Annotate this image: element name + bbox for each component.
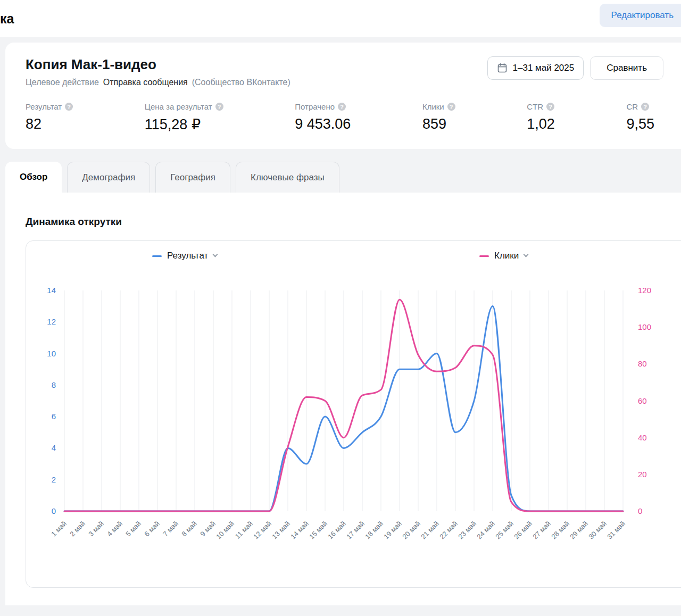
compare-button[interactable]: Сравнить [590, 56, 663, 80]
tab-demographics[interactable]: Демография [67, 162, 150, 193]
svg-text:6: 6 [52, 412, 56, 421]
svg-text:18 май: 18 май [363, 520, 385, 541]
svg-text:10 май: 10 май [214, 520, 236, 541]
stat-cost-per-result: Цена за результат? 115,28 ₽ [145, 102, 223, 133]
svg-text:26 май: 26 май [512, 520, 534, 541]
stat-ctr: CTR? 1,02 [527, 102, 555, 133]
svg-text:7 май: 7 май [161, 520, 180, 538]
svg-text:24 май: 24 май [475, 520, 496, 541]
svg-text:8: 8 [52, 380, 56, 389]
topbar: ка Редактировать [0, 0, 681, 37]
svg-text:15 май: 15 май [308, 520, 329, 541]
svg-text:20 май: 20 май [401, 520, 422, 541]
stat-spent: Потрачено? 9 453.06 [295, 102, 351, 133]
svg-text:120: 120 [638, 286, 651, 295]
tab-geography[interactable]: География [155, 162, 230, 193]
campaign-info: Копия Мак-1-видео Целевое действие Отпра… [26, 56, 290, 87]
svg-text:5 май: 5 май [124, 520, 143, 538]
svg-text:30 май: 30 май [587, 520, 608, 541]
svg-text:6 май: 6 май [143, 520, 161, 538]
svg-text:13 май: 13 май [270, 520, 292, 541]
content-area: Копия Мак-1-видео Целевое действие Отпра… [0, 37, 681, 616]
campaign-subtitle: Целевое действие Отправка сообщения (Соо… [26, 78, 290, 87]
chart-legend: Результат Клики [26, 251, 681, 267]
help-icon[interactable]: ? [447, 103, 455, 111]
stat-label: Потрачено [295, 102, 335, 111]
stats-row: Результат? 82 Цена за результат? 115,28 … [26, 102, 670, 133]
svg-text:4: 4 [52, 443, 56, 452]
svg-text:3 май: 3 май [87, 520, 105, 538]
svg-text:20: 20 [638, 470, 647, 479]
help-icon[interactable]: ? [546, 103, 554, 111]
tab-key-phrases[interactable]: Ключевые фразы [236, 162, 339, 193]
stat-result: Результат? 82 [26, 102, 73, 133]
svg-text:100: 100 [638, 322, 651, 331]
clicks-series-swatch [479, 255, 489, 257]
svg-text:27 май: 27 май [531, 520, 552, 541]
svg-text:8 май: 8 май [180, 520, 198, 538]
campaign-title: Копия Мак-1-видео [26, 56, 290, 73]
stat-label: Клики [422, 102, 444, 111]
svg-text:40: 40 [638, 433, 647, 442]
date-range-picker[interactable]: 1–31 май 2025 [487, 56, 584, 80]
legend-series-clicks[interactable]: Клики [479, 251, 528, 261]
help-icon[interactable]: ? [641, 103, 649, 111]
svg-text:0: 0 [52, 506, 56, 515]
svg-text:17 май: 17 май [345, 520, 366, 541]
svg-text:0: 0 [638, 506, 642, 515]
stat-label: Цена за результат [145, 102, 212, 111]
edit-button[interactable]: Редактировать [600, 4, 681, 27]
svg-text:60: 60 [638, 396, 647, 405]
svg-text:12: 12 [47, 317, 56, 326]
svg-text:14: 14 [47, 286, 56, 295]
svg-text:22 май: 22 май [438, 520, 459, 541]
section-title: Динамика открутки [26, 216, 681, 228]
goal-label: Целевое действие [26, 78, 99, 87]
stat-value: 9 453.06 [295, 116, 351, 132]
result-series-swatch [152, 255, 162, 257]
svg-text:80: 80 [638, 359, 647, 368]
stat-value: 115,28 ₽ [145, 116, 223, 133]
header-buttons: 1–31 май 2025 Сравнить [487, 56, 663, 80]
svg-text:29 май: 29 май [568, 520, 589, 541]
svg-text:11 май: 11 май [234, 520, 254, 540]
help-icon[interactable]: ? [215, 103, 223, 111]
chevron-down-icon [213, 252, 218, 257]
svg-text:16 май: 16 май [326, 520, 347, 541]
goal-suffix: (Сообщество ВКонтакте) [192, 78, 290, 87]
stat-label: CR [626, 102, 638, 111]
stat-value: 1,02 [527, 116, 555, 132]
svg-text:10: 10 [47, 349, 56, 358]
chevron-down-icon [524, 252, 529, 257]
legend-series-result[interactable]: Результат [152, 251, 217, 261]
svg-text:23 май: 23 май [456, 520, 478, 541]
help-icon[interactable]: ? [338, 103, 346, 111]
stat-value: 9,55 [626, 116, 654, 132]
stat-clicks: Клики? 859 [422, 102, 455, 133]
help-icon[interactable]: ? [65, 103, 73, 111]
goal-value: Отправка сообщения [103, 78, 188, 87]
legend-label-result: Результат [167, 251, 208, 261]
svg-text:2 май: 2 май [68, 520, 87, 538]
stat-label: CTR [527, 102, 543, 111]
svg-text:19 май: 19 май [382, 520, 403, 541]
date-range-label: 1–31 май 2025 [513, 63, 575, 73]
svg-text:25 май: 25 май [494, 520, 515, 541]
svg-text:4 май: 4 май [105, 520, 124, 538]
overview-panel: Динамика открутки Результат Клики 024681… [5, 193, 681, 605]
tab-bar: Обзор Демография География Ключевые фраз… [5, 162, 681, 193]
svg-text:21 май: 21 май [419, 520, 441, 541]
legend-label-clicks: Клики [494, 251, 519, 261]
svg-text:1 май: 1 май [49, 520, 68, 538]
tab-overview[interactable]: Обзор [5, 162, 62, 193]
stat-cr: CR? 9,55 [626, 102, 654, 133]
stat-value: 859 [422, 116, 455, 132]
svg-text:12 май: 12 май [252, 520, 273, 541]
dynamics-chart-card: Результат Клики 024681012140204060801001… [26, 240, 681, 588]
svg-text:14 май: 14 май [289, 520, 310, 541]
stat-label: Результат [26, 102, 62, 111]
svg-text:2: 2 [52, 475, 56, 484]
campaign-header-card: Копия Мак-1-видео Целевое действие Отпра… [5, 43, 681, 149]
page-title: ка [0, 11, 14, 27]
line-chart: 024681012140204060801001201 май2 май3 ма… [26, 267, 681, 588]
